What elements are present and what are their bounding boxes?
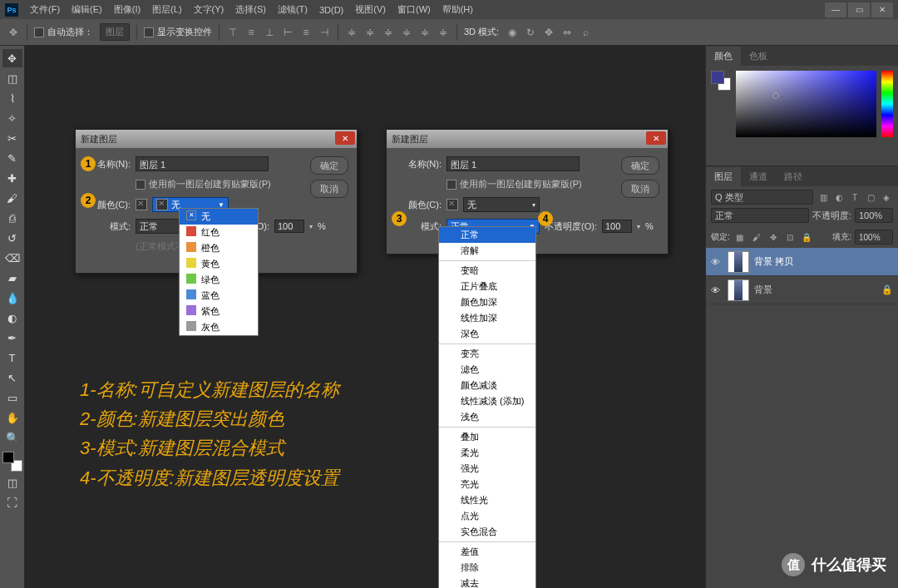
mode-dropdown-list[interactable]: 正常溶解变暗正片叠底颜色加深线性加深深色变亮滤色颜色减淡线性减淡 (添加)浅色叠… [438,226,536,588]
window-close-icon[interactable]: ✕ [871,2,893,17]
lock-all-icon[interactable]: 🔒 [800,230,813,244]
filter-type-icon[interactable]: T [848,190,861,204]
mode-option[interactable]: 变亮 [439,346,535,362]
mode-option[interactable]: 线性光 [439,492,535,508]
menu-image[interactable]: 图像(I) [109,2,146,17]
menu-filter[interactable]: 滤镜(T) [273,2,313,17]
history-tool[interactable]: ↺ [2,229,22,247]
menu-help[interactable]: 帮助(H) [437,2,478,17]
mode-option[interactable]: 线性减淡 (添加) [439,393,535,409]
pen-tool[interactable]: ✒ [2,329,22,347]
opacity-input[interactable]: 100 [274,220,304,233]
filter-smart-icon[interactable]: ◈ [880,190,893,204]
mode-option[interactable]: 变暗 [439,263,535,279]
lock-transparency-icon[interactable]: ▦ [733,230,747,244]
color-field[interactable] [736,71,876,137]
menu-window[interactable]: 窗口(W) [392,2,436,17]
pan-icon[interactable]: ✥ [542,26,555,39]
menu-edit[interactable]: 编辑(E) [67,2,107,17]
color-picker-panel[interactable] [706,66,898,166]
layer-group-dropdown[interactable]: 图层 [100,23,130,41]
menu-layer[interactable]: 图层(L) [147,2,186,17]
distribute-top-icon[interactable]: ≑ [345,26,358,39]
opacity-input[interactable]: 100% [855,208,893,223]
align-hcenter-icon[interactable]: ≡ [299,26,313,39]
tab-channels[interactable]: 通道 [741,167,776,186]
mode-option[interactable]: 滤色 [439,362,535,378]
path-tool[interactable]: ↖ [2,368,22,387]
mode-option[interactable]: 差值 [439,544,535,560]
quickmask-tool[interactable]: ◫ [2,473,22,492]
color-option[interactable]: 橙色 [180,240,258,256]
slide-icon[interactable]: ⇔ [560,26,574,39]
ok-button[interactable]: 确定 [310,156,348,175]
layer-row[interactable]: 👁 背景 🔒 [706,276,898,304]
mode-option[interactable]: 叠加 [439,429,535,445]
mode-option[interactable]: 浅色 [439,409,535,425]
checkbox-icon[interactable] [136,180,146,190]
mode-option[interactable]: 正片叠底 [439,279,535,294]
mode-option[interactable]: 颜色减淡 [439,378,535,393]
orbit-icon[interactable]: ◉ [506,26,519,39]
align-top-icon[interactable]: ⊤ [226,26,239,39]
layer-kind-dropdown[interactable]: Q 类型 [711,190,813,205]
mode-option[interactable]: 颜色加深 [439,294,535,310]
color-dropdown-list[interactable]: 无✕红色橙色黄色绿色蓝色紫色灰色 [179,208,259,336]
dialog-close-button[interactable]: ✕ [335,131,355,145]
color-swatches[interactable] [2,452,22,472]
layer-row[interactable]: 👁 背景 拷贝 [706,248,898,276]
auto-select-check[interactable]: 自动选择： [34,26,93,38]
mode-option[interactable]: 线性加深 [439,310,535,326]
heal-tool[interactable]: ✚ [2,169,22,187]
dialog-titlebar[interactable]: 新建图层 ✕ [76,130,357,148]
distribute-vcenter-icon[interactable]: ≑ [363,26,377,39]
roll-icon[interactable]: ↻ [524,26,537,39]
dialog-titlebar[interactable]: 新建图层 ✕ [387,130,668,148]
menu-file[interactable]: 文件(F) [25,2,65,17]
name-input[interactable]: 图层 1 [447,156,580,171]
marquee-tool[interactable]: ◫ [2,69,22,87]
move-tool-icon[interactable]: ✥ [7,26,20,39]
layer-thumbnail[interactable] [728,251,749,273]
blend-mode-dropdown[interactable]: 正常 [711,208,809,223]
cancel-button[interactable]: 取消 [310,180,348,198]
checkbox-icon[interactable] [144,27,154,37]
distribute-left-icon[interactable]: ≑ [400,26,413,39]
align-right-icon[interactable]: ⊣ [318,26,331,39]
distribute-bottom-icon[interactable]: ≑ [382,26,395,39]
mode-option[interactable]: 溶解 [439,243,535,259]
mode-option[interactable]: 亮光 [439,477,535,492]
type-tool[interactable]: T [2,348,22,367]
visibility-icon[interactable]: 👁 [711,285,723,295]
opacity-spinner-icon[interactable]: ▾ [637,223,640,230]
hand-tool[interactable]: ✋ [2,408,22,427]
shape-tool[interactable]: ▭ [2,388,22,407]
tab-layers[interactable]: 图层 [706,167,741,186]
menu-3d[interactable]: 3D(D) [314,3,348,17]
color-option[interactable]: 灰色 [180,319,258,335]
menu-type[interactable]: 文字(Y) [189,2,229,17]
color-option[interactable]: 无✕ [180,209,258,225]
zoom3d-icon[interactable]: ⌕ [579,26,592,39]
mode-option[interactable]: 减去 [439,576,535,588]
checkbox-icon[interactable] [34,27,44,37]
foreground-color-icon[interactable] [711,71,724,84]
eraser-tool[interactable]: ⌫ [2,249,22,267]
dodge-tool[interactable]: ◐ [2,309,22,327]
wand-tool[interactable]: ✧ [2,109,22,127]
filter-pixel-icon[interactable]: ▥ [817,190,830,204]
mode-option[interactable]: 排除 [439,560,535,576]
gradient-tool[interactable]: ▰ [2,269,22,287]
screenmode-tool[interactable]: ⛶ [2,493,22,511]
zoom-tool[interactable]: 🔍 [2,428,22,447]
lock-artboard-icon[interactable]: ⊡ [783,230,797,244]
stamp-tool[interactable]: ⎙ [2,209,22,227]
brush-tool[interactable]: 🖌 [2,189,22,207]
mode-option[interactable]: 正常 [439,227,535,243]
dialog-close-button[interactable]: ✕ [646,131,666,145]
mode-option[interactable]: 深色 [439,326,535,342]
menu-select[interactable]: 选择(S) [230,2,271,17]
cancel-button[interactable]: 取消 [621,180,659,198]
color-option[interactable]: 黄色 [180,256,258,272]
filter-shape-icon[interactable]: ▢ [864,190,877,204]
